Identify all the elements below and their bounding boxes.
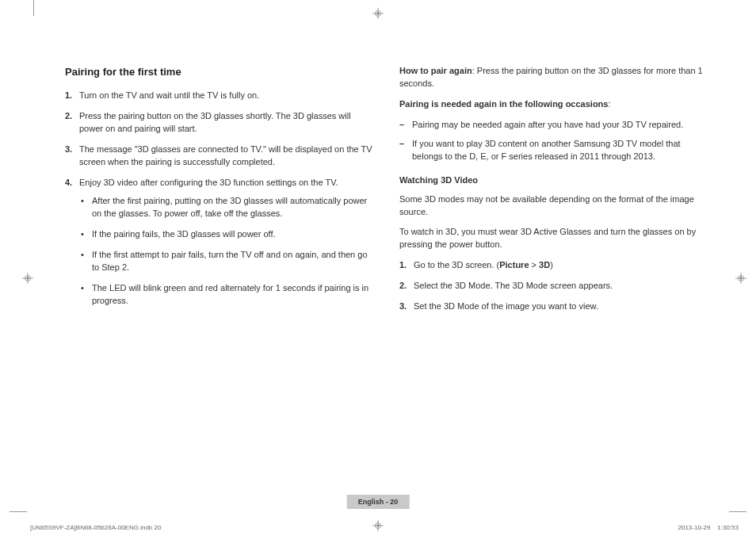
list-text: The message "3D glasses are connected to… (79, 143, 374, 169)
list-item: •After the first pairing, putting on the… (79, 195, 374, 220)
list-item: 1. Go to the 3D screen. (Picture > 3D) (399, 259, 708, 272)
list-number: 3. (65, 143, 79, 169)
print-footer: [UN85S9VF-ZA]BN68-05628A-00ENG.indb 20 2… (30, 524, 739, 531)
footer-filename: [UN85S9VF-ZA]BN68-05628A-00ENG.indb 20 (30, 524, 161, 531)
list-text: If you want to play 3D content on anothe… (412, 138, 708, 163)
list-text: If the pairing fails, the 3D glasses wil… (92, 228, 276, 241)
bullet-icon: • (79, 195, 92, 220)
svg-point-3 (377, 13, 380, 15)
crop-mark (10, 511, 27, 512)
list-number: 1. (65, 90, 79, 102)
list-number: 2. (65, 110, 79, 136)
list-item: –Pairing may be needed again after you h… (399, 119, 708, 132)
list-text: If the first attempt to pair fails, turn… (92, 249, 374, 274)
menu-path: Picture (499, 260, 529, 270)
colon: : (608, 99, 610, 109)
pairing-steps-list: 1. Turn on the TV and wait until the TV … (65, 90, 374, 316)
list-number: 3. (399, 300, 414, 313)
list-item: •If the pairing fails, the 3D glasses wi… (79, 228, 374, 241)
paragraph: To watch in 3D, you must wear 3D Active … (399, 226, 708, 251)
bullet-icon: • (79, 228, 92, 241)
list-text: Turn on the TV and wait until the TV is … (79, 90, 374, 102)
list-text: Select the 3D Mode. The 3D Mode screen a… (414, 280, 708, 293)
list-item: •If the first attempt to pair fails, tur… (79, 249, 374, 274)
dash-icon: – (399, 119, 412, 132)
list-text: After the first pairing, putting on the … (92, 195, 374, 220)
list-item: 3. Set the 3D Mode of the image you want… (399, 300, 708, 313)
registration-mark-icon (372, 8, 384, 19)
list-item: •The LED will blink green and red altern… (79, 282, 374, 308)
section-heading: Pairing for the first time (65, 65, 374, 80)
list-text: Enjoy 3D video after configuring the 3D … (79, 178, 338, 187)
list-number: 4. (65, 177, 79, 316)
registration-mark-icon (735, 273, 746, 284)
watching-heading: Watching 3D Video (399, 174, 708, 187)
list-text: Pairing may be needed again after you ha… (412, 119, 683, 132)
list-text: The LED will blink green and red alterna… (92, 282, 374, 308)
menu-path: 3D (539, 260, 550, 270)
list-number: 2. (399, 280, 414, 293)
label: Pairing is needed again in the following… (399, 99, 608, 109)
pairing-needed-heading: Pairing is needed again in the following… (399, 98, 708, 111)
paragraph: Some 3D modes may not be available depen… (399, 193, 708, 219)
list-item: 2. Press the pairing button on the 3D gl… (65, 110, 374, 136)
list-item: 1. Turn on the TV and wait until the TV … (65, 90, 374, 102)
list-text: Set the 3D Mode of the image you want to… (414, 300, 708, 313)
list-text: Press the pairing button on the 3D glass… (79, 110, 374, 136)
pairing-notes-list: •After the first pairing, putting on the… (79, 195, 374, 308)
list-item: 3. The message "3D glasses are connected… (65, 143, 374, 169)
page-number-label: English - 20 (347, 495, 410, 509)
dash-icon: – (399, 138, 412, 163)
list-item: 4. Enjoy 3D video after configuring the … (65, 177, 374, 316)
list-item: –If you want to play 3D content on anoth… (399, 138, 708, 163)
crop-mark (33, 0, 34, 16)
crop-mark (729, 511, 746, 512)
footer-timestamp: 2013-10-29 1:30:53 (678, 524, 739, 531)
list-number: 1. (399, 259, 414, 272)
svg-point-7 (27, 277, 29, 280)
left-column: Pairing for the first time 1. Turn on th… (65, 65, 374, 323)
list-text: Go to the 3D screen. (Picture > 3D) (414, 259, 708, 272)
label: How to pair again (399, 66, 472, 75)
list-item: 2. Select the 3D Mode. The 3D Mode scree… (399, 280, 708, 293)
page-content: Pairing for the first time 1. Turn on th… (65, 65, 708, 323)
how-to-pair-again: How to pair again: Press the pairing but… (399, 65, 708, 90)
registration-mark-icon (22, 273, 33, 284)
pairing-needed-list: –Pairing may be needed again after you h… (399, 119, 708, 163)
right-column: How to pair again: Press the pairing but… (399, 65, 708, 323)
svg-point-11 (740, 277, 743, 280)
bullet-icon: • (79, 249, 92, 274)
watching-steps-list: 1. Go to the 3D screen. (Picture > 3D) 2… (399, 259, 708, 313)
bullet-icon: • (79, 282, 92, 308)
